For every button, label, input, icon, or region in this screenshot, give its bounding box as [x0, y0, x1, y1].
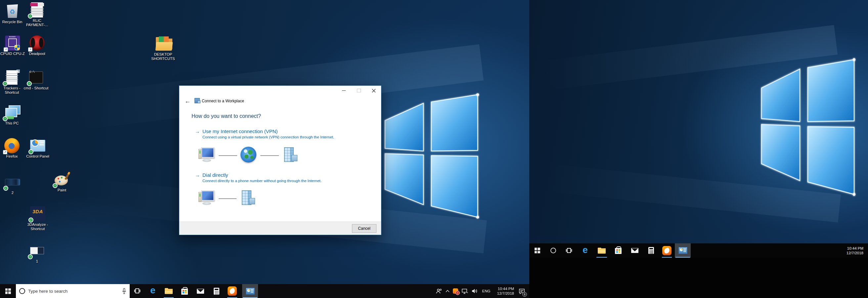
computer-icon — [198, 190, 213, 206]
dialog-title: Connect to a Workplace — [202, 99, 244, 103]
action-center-button[interactable]: 8 — [516, 284, 527, 298]
desktop-icon-label: cmd - Shortcut — [24, 86, 49, 90]
taskbar-edge-button[interactable]: e — [577, 243, 593, 258]
option-title: Dial directly — [203, 172, 372, 178]
search-input[interactable] — [28, 289, 119, 294]
task-view-button[interactable] — [130, 284, 145, 298]
desktop-icon-rlic-payment[interactable]: RLIC PAYMENT-... — [23, 2, 51, 27]
desktop-icon-cpuid-cpuz[interactable]: CPUID CPU-Z — [0, 35, 27, 56]
control-panel-icon — [30, 138, 45, 154]
maximize-button[interactable] — [351, 86, 366, 95]
taskbar-store-button[interactable] — [610, 243, 626, 258]
network-tray-button[interactable] — [460, 284, 470, 298]
taskbar-clock[interactable]: 10:44 PM 12/7/2018 — [839, 243, 865, 258]
network-wizard-icon — [246, 288, 255, 295]
taskbar-calculator-button[interactable] — [643, 243, 659, 258]
cancel-button[interactable]: Cancel — [352, 224, 376, 233]
taskbar-connect-workplace-button[interactable] — [675, 243, 691, 258]
desktop-icon-paint[interactable]: Paint — [48, 172, 76, 192]
cortana-button[interactable] — [545, 243, 561, 258]
desktop-icon-recycle-bin[interactable]: Recycle Bin — [0, 3, 26, 24]
desktop-icon-cmd-shortcut[interactable]: C:\ cmd - Shortcut — [22, 69, 50, 90]
taskbar-calculator-button[interactable] — [208, 284, 224, 298]
clock-time: 10:44 PM — [498, 287, 514, 291]
cortana-circle-icon — [551, 248, 556, 253]
connector-line — [219, 198, 237, 199]
video-file-icon — [5, 174, 21, 190]
right-monitor-wallpaper — [529, 0, 868, 258]
volume-tray-button[interactable] — [470, 284, 479, 298]
desktop-icon-desktop-shortcuts-folder[interactable]: DESKTOP SHORTCUTS — [149, 36, 177, 61]
back-button[interactable] — [183, 97, 192, 105]
dialog-heading: How do you want to connect? — [191, 113, 261, 119]
close-icon — [372, 89, 376, 93]
close-button[interactable] — [366, 86, 381, 95]
taskbar-uc-browser-button[interactable] — [659, 243, 675, 258]
file-explorer-icon — [598, 248, 606, 254]
right-monitor-desktop: e 10:44 PM 12/7/2018 — [529, 0, 868, 298]
people-tray-button[interactable] — [434, 284, 444, 298]
windows-hero-logo — [381, 88, 480, 220]
connect-to-workplace-dialog: Connect to a Workplace How do you want t… — [179, 85, 381, 235]
shortcut-arrow-badge-icon — [28, 47, 32, 52]
calculator-icon — [214, 288, 219, 295]
taskbar-clock[interactable]: 10:44 PM 12/7/2018 — [493, 284, 516, 298]
taskbar-file-explorer-button[interactable] — [161, 284, 177, 298]
desktop-icon-label: CPUID CPU-Z — [0, 52, 25, 56]
taskbar-mail-button[interactable] — [192, 284, 208, 298]
language-indicator[interactable]: ENG — [479, 284, 493, 298]
task-view-button[interactable] — [561, 243, 577, 258]
arrow-right-icon — [195, 172, 200, 178]
option-title: Use my Internet connection (VPN) — [203, 128, 372, 134]
task-view-icon — [566, 248, 572, 254]
taskbar-uc-browser-button[interactable] — [224, 284, 240, 298]
desktop-icon-video-1[interactable]: 1 — [23, 243, 51, 264]
cortana-circle-icon — [19, 288, 25, 294]
computer-icon — [198, 147, 213, 163]
taskbar-store-button[interactable] — [177, 284, 192, 298]
taskbar-mail-button[interactable] — [626, 243, 643, 258]
desktop-icon-3danalyze[interactable]: 3DA 3DAnalyze - Shortcut — [24, 206, 52, 231]
dialog-footer: Cancel — [179, 221, 381, 235]
uc-browser-icon — [227, 287, 237, 296]
option-description: Connect using a virtual private network … — [203, 135, 372, 139]
chevron-up-icon — [445, 290, 450, 292]
taskbar-search-box[interactable] — [16, 284, 130, 298]
edge-icon: e — [150, 286, 155, 295]
start-button[interactable] — [0, 284, 16, 298]
taskbar-edge-button[interactable]: e — [145, 284, 161, 298]
desktop-icon-video-2[interactable]: 2 — [0, 174, 27, 195]
deadpool-logo-icon — [29, 35, 45, 51]
desktop-icon-label: DESKTOP SHORTCUTS — [149, 52, 177, 61]
desktop-icon-this-pc[interactable]: This PC — [0, 105, 26, 125]
microsoft-store-icon — [615, 248, 622, 254]
option-dial-directly[interactable]: Dial directly Connect directly to a phon… — [191, 172, 372, 183]
sync-check-badge-icon — [28, 217, 33, 222]
microphone-icon[interactable] — [122, 288, 126, 294]
desktop-icon-label: RLIC PAYMENT-... — [23, 19, 51, 27]
video-file-icon — [29, 243, 45, 259]
paint-brush-icon — [64, 172, 70, 180]
uc-browser-tray-button[interactable] — [451, 284, 460, 298]
show-hidden-icons-button[interactable] — [444, 284, 451, 298]
windows-hero-logo — [757, 52, 857, 198]
desktop-icon-deadpool[interactable]: Deadpool — [23, 35, 51, 56]
sync-check-badge-icon — [3, 186, 8, 191]
dialup-connection-illustration — [198, 189, 278, 208]
start-button[interactable] — [529, 243, 545, 258]
desktop-icon-firefox[interactable]: Firefox — [0, 138, 26, 158]
option-description: Connect directly to a phone number witho… — [203, 179, 372, 183]
desktop-icon-label: Control Panel — [26, 154, 49, 158]
network-wizard-icon — [678, 247, 687, 254]
people-icon — [436, 289, 442, 294]
option-use-internet-vpn[interactable]: Use my Internet connection (VPN) Connect… — [191, 128, 372, 139]
left-monitor-desktop: Recycle Bin RLIC PAYMENT-... CPUID CPU-Z… — [0, 0, 529, 298]
sync-check-badge-icon — [3, 116, 8, 121]
taskbar-connect-workplace-button[interactable] — [242, 284, 258, 298]
sync-check-badge-icon — [3, 81, 8, 86]
left-taskbar: e — [0, 284, 529, 298]
speaker-icon — [472, 289, 478, 294]
desktop-icon-control-panel[interactable]: Control Panel — [24, 138, 52, 158]
minimize-button[interactable] — [336, 86, 351, 95]
taskbar-file-explorer-button[interactable] — [593, 243, 610, 258]
